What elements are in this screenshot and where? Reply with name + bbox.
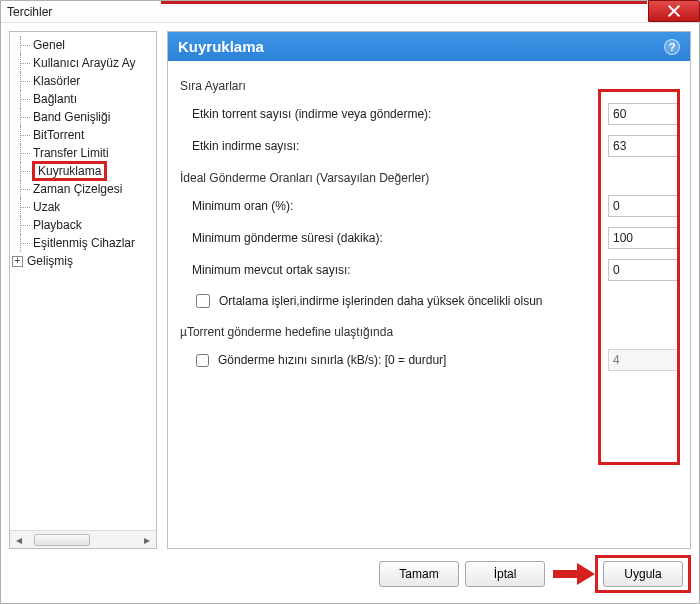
- tree-item-bittorrent[interactable]: BitTorrent: [12, 126, 156, 144]
- category-tree: GenelKullanıcı Arayüz AyKlasörlerBağlant…: [9, 31, 157, 549]
- settings-panel: Kuyruklama ? Sıra Ayarları Etkin torrent…: [167, 31, 691, 549]
- checkbox-priority-seeding[interactable]: [196, 294, 210, 308]
- tree-item-klas-rler[interactable]: Klasörler: [12, 72, 156, 90]
- ok-button[interactable]: Tamam: [379, 561, 459, 587]
- tree-branch-icon: [14, 72, 32, 90]
- button-bar: Tamam İptal Uygula: [9, 549, 691, 595]
- tree-item-genel[interactable]: Genel: [12, 36, 156, 54]
- tree-h-scrollbar[interactable]: ◂ ▸: [10, 530, 156, 548]
- tree-branch-icon: [14, 180, 32, 198]
- tree-item-label: Playback: [32, 218, 83, 232]
- tree-branch-icon: [14, 216, 32, 234]
- tree-item-kuyruklama[interactable]: Kuyruklama: [12, 162, 156, 180]
- tree-item-label: Gelişmiş: [26, 254, 74, 268]
- close-button[interactable]: [648, 0, 700, 22]
- window-title: Tercihler: [7, 5, 52, 19]
- tree-branch-icon: [14, 144, 32, 162]
- decoration-strip: [161, 1, 647, 4]
- highlight-inputs: [598, 89, 680, 465]
- tree-branch-icon: [14, 126, 32, 144]
- tree-item-e-itlenmi-cihazlar[interactable]: Eşitlenmiş Cihazlar: [12, 234, 156, 252]
- tree-item-band-geni-li-i[interactable]: Band Genişliği: [12, 108, 156, 126]
- label-limit-upload: Gönderme hızını sınırla (kB/s): [0 = dur…: [218, 353, 446, 367]
- close-icon: [668, 5, 680, 17]
- label-active-downloads: Etkin indirme sayısı:: [180, 139, 608, 153]
- apply-button[interactable]: Uygula: [603, 561, 683, 587]
- tree-item-transfer-limiti[interactable]: Transfer Limiti: [12, 144, 156, 162]
- label-priority-seeding: Ortalama işleri,indirme işlerinden daha …: [219, 294, 542, 308]
- tree-branch-icon: [14, 108, 32, 126]
- tree-branch-icon: [14, 54, 32, 72]
- label-min-peers: Minimum mevcut ortak sayısı:: [180, 263, 608, 277]
- help-icon[interactable]: ?: [664, 39, 680, 55]
- tree-item-label: Uzak: [32, 200, 61, 214]
- panel-header: Kuyruklama ?: [168, 32, 690, 61]
- titlebar: Tercihler: [1, 1, 699, 23]
- tree-item-label: Transfer Limiti: [32, 146, 110, 160]
- tree-item-label: Band Genişliği: [32, 110, 111, 124]
- tree-branch-icon: [14, 90, 32, 108]
- tree-item-label: Klasörler: [32, 74, 81, 88]
- tree-item-label: Eşitlenmiş Cihazlar: [32, 236, 136, 250]
- tree-item-zaman-izelgesi[interactable]: Zaman Çizelgesi: [12, 180, 156, 198]
- tree-item-label: Bağlantı: [32, 92, 78, 106]
- label-min-seed-time: Minimum gönderme süresi (dakika):: [180, 231, 608, 245]
- tree-branch-icon: [14, 162, 32, 180]
- tree-item-uzak[interactable]: Uzak: [12, 198, 156, 216]
- tree-item-kullan-c-aray-z-ay[interactable]: Kullanıcı Arayüz Ay: [12, 54, 156, 72]
- tree-item-label: Zaman Çizelgesi: [32, 182, 123, 196]
- tree-branch-icon: [14, 234, 32, 252]
- tree-item-geli-mi-[interactable]: +Gelişmiş: [12, 252, 156, 270]
- tree-item-label: Kullanıcı Arayüz Ay: [32, 56, 137, 70]
- label-active-torrents: Etkin torrent sayısı (indirme veya gönde…: [180, 107, 608, 121]
- checkbox-limit-upload[interactable]: [196, 354, 209, 367]
- tree-branch-icon: [14, 36, 32, 54]
- label-min-ratio: Minimum oran (%):: [180, 199, 608, 213]
- tree-item-ba-lant-[interactable]: Bağlantı: [12, 90, 156, 108]
- preferences-window: Tercihler GenelKullanıcı Arayüz AyKlasör…: [0, 0, 700, 604]
- scroll-thumb[interactable]: [34, 534, 90, 546]
- tree-branch-icon: [14, 198, 32, 216]
- expand-icon[interactable]: +: [12, 256, 23, 267]
- tree-item-label: BitTorrent: [32, 128, 85, 142]
- scroll-left-arrow[interactable]: ◂: [10, 531, 28, 548]
- scroll-right-arrow[interactable]: ▸: [138, 531, 156, 548]
- content-area: GenelKullanıcı Arayüz AyKlasörlerBağlant…: [1, 23, 699, 603]
- arrow-right-icon: [551, 559, 597, 589]
- tree-item-label: Kuyruklama: [32, 161, 107, 181]
- tree-item-playback[interactable]: Playback: [12, 216, 156, 234]
- tree-item-label: Genel: [32, 38, 66, 52]
- panel-title: Kuyruklama: [178, 38, 264, 55]
- cancel-button[interactable]: İptal: [465, 561, 545, 587]
